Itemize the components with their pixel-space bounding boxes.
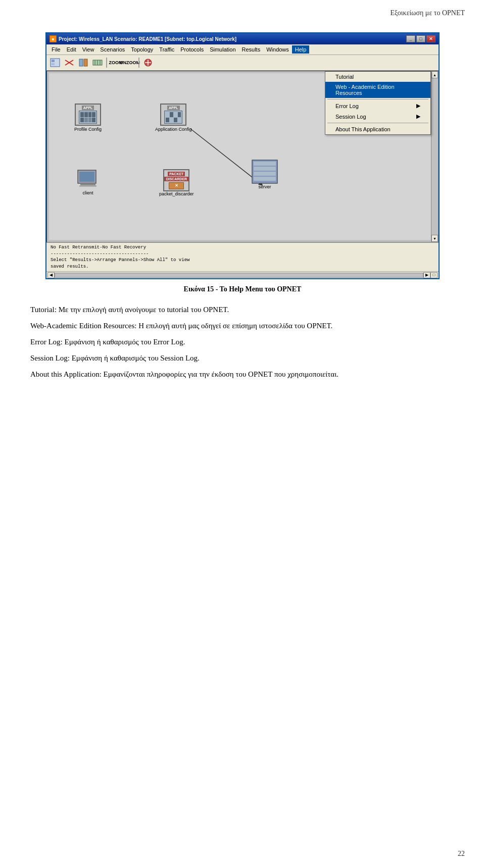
toolbar: ZOOM UNZOOM <box>46 55 439 71</box>
page-header: Εξοικείωση με το OPNET <box>0 0 485 22</box>
menu-view[interactable]: View <box>79 45 98 54</box>
scroll-track-v <box>431 78 438 235</box>
node-appl-label-2: APPL <box>167 106 180 110</box>
svg-rect-20 <box>254 162 276 166</box>
svg-rect-6 <box>84 59 87 66</box>
paragraph-1: Tutorial: Με την επιλογή αυτή ανοίγουμε … <box>30 303 455 316</box>
page-footer: 22 <box>458 850 465 858</box>
menu-help[interactable]: Help <box>292 45 310 54</box>
menu-separator-1 <box>327 99 428 99</box>
toolbar-btn-5[interactable] <box>141 57 155 69</box>
svg-rect-22 <box>254 172 276 176</box>
toolbar-separator-1 <box>106 58 107 68</box>
scroll-up-button[interactable]: ▲ <box>431 71 438 78</box>
node-packet-discarder: PACKET DISCARDER ✕ packet_discarder <box>159 169 194 196</box>
toolbar-btn-3[interactable] <box>77 57 90 69</box>
menu-traffic[interactable]: Traffic <box>156 45 177 54</box>
node-app-config: APPL Application Config <box>155 104 192 132</box>
menu-separator-2 <box>327 123 428 123</box>
paragraph-2: Web-Academic Edition Resources: Η επιλογ… <box>30 320 455 332</box>
menu-item-about[interactable]: About This Application <box>325 124 430 134</box>
node-server-label: server <box>258 184 271 189</box>
page-number: 22 <box>458 850 465 857</box>
title-bar-left: ■ Project: Wireless_LAN Scenario: README… <box>50 35 236 42</box>
toolbar-btn-1[interactable] <box>48 57 62 69</box>
menu-item-error-log[interactable]: Error Log ▶ <box>325 100 430 111</box>
svg-rect-5 <box>79 59 83 66</box>
arrow-icon-error-log: ▶ <box>416 103 420 109</box>
menu-simulation[interactable]: Simulation <box>207 45 238 54</box>
app-window: ■ Project: Wireless_LAN Scenario: README… <box>45 32 440 279</box>
menu-protocols[interactable]: Protocols <box>177 45 207 54</box>
paragraph-4: Session Log: Εμφάνιση ή καθαρισμός του S… <box>30 352 455 364</box>
svg-rect-17 <box>80 183 95 185</box>
node-appl-label-1: APPL <box>82 106 94 110</box>
status-line-2: ------------------------------------ <box>51 251 434 258</box>
scroll-right-button[interactable]: ▶ <box>423 272 430 278</box>
help-dropdown-menu: Tutorial Web - Academic Edition Resource… <box>325 71 431 135</box>
menu-item-web-resources[interactable]: Web - Academic Edition Resources <box>325 82 430 98</box>
menu-edit[interactable]: Edit <box>64 45 79 54</box>
svg-rect-2 <box>52 63 55 65</box>
node-app-config-label: Application Config <box>155 127 192 132</box>
menu-windows[interactable]: Windows <box>263 45 292 54</box>
svg-rect-23 <box>254 177 276 181</box>
vertical-scrollbar[interactable]: ▲ ▼ <box>431 71 438 242</box>
svg-line-14 <box>190 129 261 184</box>
horizontal-scrollbar[interactable]: ◀ ▶ □ <box>46 271 439 278</box>
scroll-track-h <box>55 273 423 278</box>
status-bar: No Fast Retransmit-No Fast Recovery ----… <box>46 242 439 271</box>
scroll-left-button[interactable]: ◀ <box>47 272 55 278</box>
svg-rect-16 <box>79 172 94 182</box>
node-client: client <box>75 169 101 195</box>
title-bar: ■ Project: Wireless_LAN Scenario: README… <box>46 33 439 44</box>
toolbar-separator-2 <box>138 58 139 68</box>
node-profile-config: APPL Profile Config <box>74 104 102 132</box>
status-line-4: saved results. <box>51 264 434 270</box>
title-bar-controls: _ □ ✕ <box>406 35 435 42</box>
corner-button[interactable]: □ <box>430 272 438 278</box>
node-client-label: client <box>82 190 93 195</box>
paragraph-3: Error Log: Εμφάνιση ή καθαρισμός του Err… <box>30 336 455 348</box>
scroll-down-button[interactable]: ▼ <box>431 235 438 242</box>
menu-topology[interactable]: Topology <box>128 45 156 54</box>
svg-rect-21 <box>254 167 276 171</box>
window-title: Project: Wireless_LAN Scenario: README1 … <box>59 36 236 42</box>
maximize-button[interactable]: □ <box>416 35 425 42</box>
figure-caption: Εικόνα 15 - Το Help Menu του OPNET <box>30 285 455 293</box>
menu-item-session-log[interactable]: Session Log ▶ <box>325 111 430 122</box>
svg-rect-1 <box>52 60 55 62</box>
node-server: server <box>251 159 278 189</box>
menu-results[interactable]: Results <box>239 45 264 54</box>
menu-scenarios[interactable]: Scenarios <box>97 45 128 54</box>
main-content: ■ Project: Wireless_LAN Scenario: README… <box>0 22 485 404</box>
toolbar-btn-4[interactable] <box>91 57 104 69</box>
status-line-3: Select "Results->Arrange Pannels->Show A… <box>51 257 434 264</box>
node-packet-discarder-label: packet_discarder <box>159 191 194 196</box>
header-title: Εξοικείωση με το OPNET <box>391 9 465 17</box>
toolbar-btn-2[interactable] <box>63 57 76 69</box>
menu-item-tutorial[interactable]: Tutorial <box>325 72 430 82</box>
toolbar-btn-unzoom-text[interactable]: UNZOOM <box>123 57 136 69</box>
svg-rect-18 <box>79 185 96 187</box>
menu-bar: File Edit View Scenarios Topology Traffi… <box>46 44 439 55</box>
close-button[interactable]: ✕ <box>426 35 435 42</box>
menu-file[interactable]: File <box>48 45 64 54</box>
node-profile-config-label: Profile Config <box>74 127 102 132</box>
status-line-1: No Fast Retransmit-No Fast Recovery <box>51 244 434 251</box>
screenshot-container: ■ Project: Wireless_LAN Scenario: README… <box>45 32 440 279</box>
minimize-button[interactable]: _ <box>406 35 415 42</box>
canvas-area: APPL Profile Config APPL <box>46 71 439 242</box>
app-icon: ■ <box>50 35 57 42</box>
arrow-icon-session-log: ▶ <box>416 113 420 120</box>
paragraph-5: About this Application: Εμφανίζονται πλη… <box>30 368 455 380</box>
